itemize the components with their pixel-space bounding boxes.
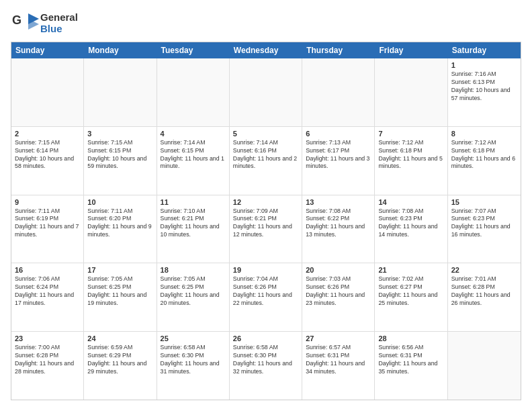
day-number: 17 (87, 266, 152, 274)
day-info: Sunrise: 7:04 AM Sunset: 6:26 PM Dayligh… (233, 275, 298, 308)
cal-day-14: 14Sunrise: 7:08 AM Sunset: 6:23 PM Dayli… (375, 195, 447, 263)
day-number: 16 (15, 266, 80, 274)
day-number: 27 (306, 334, 371, 342)
day-number: 20 (306, 266, 371, 274)
day-info: Sunrise: 7:11 AM Sunset: 6:20 PM Dayligh… (87, 208, 152, 240)
logo-general-text: General (40, 11, 78, 23)
cal-week-0: 1Sunrise: 7:16 AM Sunset: 6:13 PM Daylig… (11, 58, 521, 127)
weekday-header-sunday: Sunday (11, 42, 84, 58)
cal-day-3: 3Sunrise: 7:15 AM Sunset: 6:15 PM Daylig… (84, 127, 157, 195)
day-number: 7 (378, 130, 443, 138)
day-info: Sunrise: 7:05 AM Sunset: 6:25 PM Dayligh… (161, 275, 226, 308)
day-info: Sunrise: 7:16 AM Sunset: 6:13 PM Dayligh… (451, 71, 517, 103)
cal-empty-0-5 (375, 58, 447, 126)
weekday-header-monday: Monday (84, 42, 157, 58)
day-info: Sunrise: 7:02 AM Sunset: 6:27 PM Dayligh… (378, 275, 443, 308)
cal-day-19: 19Sunrise: 7:04 AM Sunset: 6:26 PM Dayli… (230, 263, 302, 331)
day-number: 8 (451, 130, 517, 138)
cal-day-7: 7Sunrise: 7:12 AM Sunset: 6:18 PM Daylig… (375, 127, 447, 195)
cal-day-21: 21Sunrise: 7:02 AM Sunset: 6:27 PM Dayli… (375, 263, 447, 331)
cal-day-2: 2Sunrise: 7:15 AM Sunset: 6:14 PM Daylig… (11, 127, 84, 195)
cal-day-10: 10Sunrise: 7:11 AM Sunset: 6:20 PM Dayli… (84, 195, 157, 263)
cal-empty-0-3 (230, 58, 302, 126)
cal-day-15: 15Sunrise: 7:07 AM Sunset: 6:23 PM Dayli… (448, 195, 521, 263)
day-number: 1 (451, 61, 517, 69)
cal-day-12: 12Sunrise: 7:09 AM Sunset: 6:21 PM Dayli… (230, 195, 302, 263)
day-number: 24 (87, 334, 152, 342)
day-info: Sunrise: 7:15 AM Sunset: 6:14 PM Dayligh… (15, 139, 80, 171)
day-info: Sunrise: 6:57 AM Sunset: 6:31 PM Dayligh… (306, 344, 371, 376)
cal-day-11: 11Sunrise: 7:10 AM Sunset: 6:21 PM Dayli… (157, 195, 230, 263)
day-number: 11 (161, 198, 226, 206)
day-info: Sunrise: 7:08 AM Sunset: 6:22 PM Dayligh… (306, 208, 371, 240)
cal-day-27: 27Sunrise: 6:57 AM Sunset: 6:31 PM Dayli… (302, 332, 375, 400)
day-number: 6 (306, 130, 371, 138)
calendar-body: 1Sunrise: 7:16 AM Sunset: 6:13 PM Daylig… (11, 58, 521, 400)
day-number: 25 (161, 334, 226, 342)
day-number: 26 (233, 334, 298, 342)
day-number: 18 (161, 266, 226, 274)
cal-week-4: 23Sunrise: 7:00 AM Sunset: 6:28 PM Dayli… (11, 332, 521, 400)
day-number: 15 (451, 198, 517, 206)
day-number: 23 (15, 334, 80, 342)
day-info: Sunrise: 7:12 AM Sunset: 6:18 PM Dayligh… (451, 139, 517, 171)
cal-empty-0-4 (302, 58, 375, 126)
cal-day-13: 13Sunrise: 7:08 AM Sunset: 6:22 PM Dayli… (302, 195, 375, 263)
day-info: Sunrise: 7:01 AM Sunset: 6:28 PM Dayligh… (451, 275, 517, 308)
cal-empty-0-2 (157, 58, 230, 126)
cal-day-20: 20Sunrise: 7:03 AM Sunset: 6:26 PM Dayli… (302, 263, 375, 331)
weekday-header-thursday: Thursday (302, 42, 375, 58)
day-number: 13 (306, 198, 371, 206)
weekday-header-friday: Friday (375, 42, 447, 58)
svg-text:G: G (12, 13, 21, 27)
day-number: 10 (87, 198, 152, 206)
day-info: Sunrise: 7:12 AM Sunset: 6:18 PM Dayligh… (378, 139, 443, 171)
cal-day-8: 8Sunrise: 7:12 AM Sunset: 6:18 PM Daylig… (448, 127, 521, 195)
weekday-header-saturday: Saturday (448, 42, 521, 58)
cal-day-17: 17Sunrise: 7:05 AM Sunset: 6:25 PM Dayli… (84, 263, 157, 331)
day-info: Sunrise: 7:11 AM Sunset: 6:19 PM Dayligh… (15, 208, 80, 240)
day-info: Sunrise: 7:07 AM Sunset: 6:23 PM Dayligh… (451, 208, 517, 240)
day-info: Sunrise: 7:14 AM Sunset: 6:15 PM Dayligh… (161, 139, 226, 171)
logo-svg: G (11, 11, 39, 35)
day-number: 14 (378, 198, 443, 206)
cal-day-23: 23Sunrise: 7:00 AM Sunset: 6:28 PM Dayli… (11, 332, 84, 400)
cal-week-2: 9Sunrise: 7:11 AM Sunset: 6:19 PM Daylig… (11, 195, 521, 264)
day-number: 3 (87, 130, 152, 138)
day-info: Sunrise: 7:06 AM Sunset: 6:24 PM Dayligh… (15, 275, 80, 308)
cal-day-28: 28Sunrise: 6:56 AM Sunset: 6:31 PM Dayli… (375, 332, 447, 400)
weekday-header-wednesday: Wednesday (230, 42, 302, 58)
calendar-header: SundayMondayTuesdayWednesdayThursdayFrid… (11, 42, 521, 58)
day-number: 22 (451, 266, 517, 274)
day-number: 12 (233, 198, 298, 206)
day-info: Sunrise: 7:13 AM Sunset: 6:17 PM Dayligh… (306, 139, 371, 171)
logo: G General Blue (11, 11, 78, 35)
day-info: Sunrise: 7:10 AM Sunset: 6:21 PM Dayligh… (161, 208, 226, 240)
cal-week-3: 16Sunrise: 7:06 AM Sunset: 6:24 PM Dayli… (11, 263, 521, 332)
cal-day-25: 25Sunrise: 6:58 AM Sunset: 6:30 PM Dayli… (157, 332, 230, 400)
day-number: 9 (15, 198, 80, 206)
day-info: Sunrise: 7:08 AM Sunset: 6:23 PM Dayligh… (378, 208, 443, 240)
cal-day-24: 24Sunrise: 6:59 AM Sunset: 6:29 PM Dayli… (84, 332, 157, 400)
day-number: 19 (233, 266, 298, 274)
day-info: Sunrise: 7:00 AM Sunset: 6:28 PM Dayligh… (15, 344, 80, 376)
weekday-header-tuesday: Tuesday (157, 42, 230, 58)
cal-week-1: 2Sunrise: 7:15 AM Sunset: 6:14 PM Daylig… (11, 127, 521, 195)
logo-blue-text: Blue (40, 23, 78, 34)
cal-day-26: 26Sunrise: 6:58 AM Sunset: 6:30 PM Dayli… (230, 332, 302, 400)
cal-day-22: 22Sunrise: 7:01 AM Sunset: 6:28 PM Dayli… (448, 263, 521, 331)
day-number: 5 (233, 130, 298, 138)
cal-empty-4-6 (448, 332, 521, 400)
day-number: 28 (378, 334, 443, 342)
cal-day-6: 6Sunrise: 7:13 AM Sunset: 6:17 PM Daylig… (302, 127, 375, 195)
cal-day-4: 4Sunrise: 7:14 AM Sunset: 6:15 PM Daylig… (157, 127, 230, 195)
day-info: Sunrise: 6:58 AM Sunset: 6:30 PM Dayligh… (161, 344, 226, 376)
day-number: 2 (15, 130, 80, 138)
cal-day-18: 18Sunrise: 7:05 AM Sunset: 6:25 PM Dayli… (157, 263, 230, 331)
day-info: Sunrise: 6:58 AM Sunset: 6:30 PM Dayligh… (233, 344, 298, 376)
cal-day-16: 16Sunrise: 7:06 AM Sunset: 6:24 PM Dayli… (11, 263, 84, 331)
calendar: SundayMondayTuesdayWednesdayThursdayFrid… (11, 42, 521, 400)
cal-empty-0-0 (11, 58, 84, 126)
day-info: Sunrise: 7:03 AM Sunset: 6:26 PM Dayligh… (306, 275, 371, 308)
day-info: Sunrise: 7:05 AM Sunset: 6:25 PM Dayligh… (87, 275, 152, 308)
